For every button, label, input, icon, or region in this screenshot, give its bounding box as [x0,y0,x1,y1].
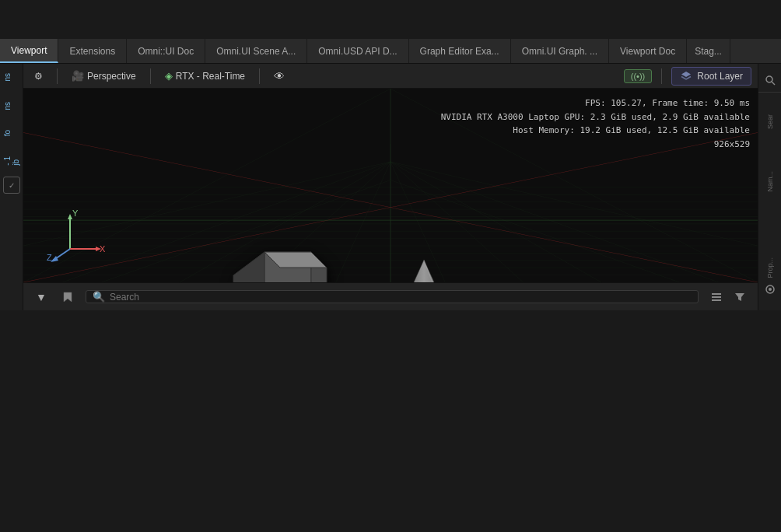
svg-line-66 [772,82,775,85]
right-panel-prop-label: Prop... [766,257,774,278]
svg-text:Z: Z [47,253,52,262]
right-panel-search-section [758,68,781,93]
left-panel: ns ns fo - 1jb ✓ [0,64,23,310]
right-panel: Sear Nam... Prop... [758,64,781,310]
root-layer-button[interactable]: Root Layer [671,67,751,86]
svg-point-68 [769,288,772,291]
rtx-icon: ◈ [165,70,173,82]
filter-funnel-icon[interactable] [731,289,748,306]
settings-icon: ⚙ [34,71,43,82]
tab-omniui-scene[interactable]: Omni.UI Scene A... [205,39,307,63]
left-panel-checkbox[interactable]: ✓ [3,177,20,194]
svg-text:X: X [100,244,106,254]
rtx-button[interactable]: ◈ RTX - Real-Time [160,68,250,83]
gpu-stat: NVIDIA RTX A3000 Laptop GPU: 2.3 GiB use… [441,110,750,124]
tab-omniui-doc[interactable]: Omni::UI Doc [127,39,205,63]
axis-indicator: Y X Z [47,202,109,267]
right-search-icon[interactable] [762,72,779,89]
search-bar[interactable]: 🔍 [86,290,699,303]
svg-text:Y: Y [72,208,79,218]
streaming-button[interactable]: ((•)) [624,69,653,83]
tab-viewport[interactable]: Viewport [0,39,58,63]
fps-stat: FPS: 105.27, Frame time: 9.50 ms [441,96,750,110]
toolbar-separator-1 [57,68,58,84]
root-layer-label: Root Layer [697,71,743,82]
camera-icon: 🎥 [72,70,84,82]
left-panel-item-1[interactable]: ns [2,67,21,88]
settings-button[interactable]: ⚙ [30,69,47,83]
right-panel-search-label: Sear [766,114,774,129]
right-panel-name-label: Nam... [766,171,774,192]
tab-omniusd-api[interactable]: Omni.USD API D... [307,39,408,63]
left-panel-item-3[interactable]: fo [2,124,21,142]
left-panel-item-4[interactable]: - 1jb [2,150,21,172]
tab-graph-editor[interactable]: Graph Editor Exa... [409,39,511,63]
search-icon: 🔍 [93,291,105,303]
toolbar-separator-4 [661,68,662,84]
search-input[interactable] [110,292,692,303]
tab-viewport-doc[interactable]: Viewport Doc [609,39,687,63]
svg-marker-34 [233,252,264,282]
rtx-label: RTX - Real-Time [176,71,245,82]
toolbar-separator-3 [259,68,260,84]
svg-rect-63 [712,296,721,298]
toolbar-separator-2 [150,68,151,84]
main-layout: ns ns fo - 1jb ✓ ⚙ 🎥 Perspective ◈ RTX -… [0,64,781,310]
viewport-toolbar: ⚙ 🎥 Perspective ◈ RTX - Real-Time 👁 ((•)… [23,64,758,89]
resolution-stat: 926x529 [441,138,750,152]
cone-object [381,252,467,282]
camera-button[interactable]: 🎥 Perspective [67,68,141,83]
tab-more[interactable]: Stag... [687,39,730,63]
top-bar [0,0,781,39]
filter-icon[interactable]: ▼ [33,289,50,306]
svg-rect-62 [712,293,721,295]
bottom-right-icons [708,289,748,306]
tab-extensions[interactable]: Extensions [58,39,127,63]
camera-label: Perspective [87,71,136,82]
cube-object [226,244,334,282]
memory-stat: Host Memory: 19.2 GiB used, 12.5 GiB ava… [441,124,750,138]
layers-icon [680,70,692,82]
streaming-icon-symbol: ((•)) [631,72,646,81]
bookmark-icon[interactable] [59,289,76,306]
svg-point-65 [766,76,772,82]
bottom-bar: ▼ 🔍 [23,282,758,310]
eye-icon: 👁 [274,70,285,82]
tab-bar: Viewport Extensions Omni::UI Doc Omni.UI… [0,39,781,64]
toolbar-right: ((•)) Root Layer [624,67,751,86]
right-circle-icon[interactable] [762,281,779,298]
stats-overlay: FPS: 105.27, Frame time: 9.50 ms NVIDIA … [441,96,750,151]
left-panel-item-2[interactable]: ns [2,96,21,117]
list-view-icon[interactable] [708,289,725,306]
tab-omniui-graph[interactable]: Omni.UI Graph. ... [511,39,609,63]
viewport-area: ⚙ 🎥 Perspective ◈ RTX - Real-Time 👁 ((•)… [23,64,758,310]
svg-marker-39 [389,260,459,282]
viewport-canvas[interactable]: FPS: 105.27, Frame time: 9.50 ms NVIDIA … [23,89,758,282]
eye-button[interactable]: 👁 [269,68,289,84]
svg-rect-64 [712,299,721,301]
